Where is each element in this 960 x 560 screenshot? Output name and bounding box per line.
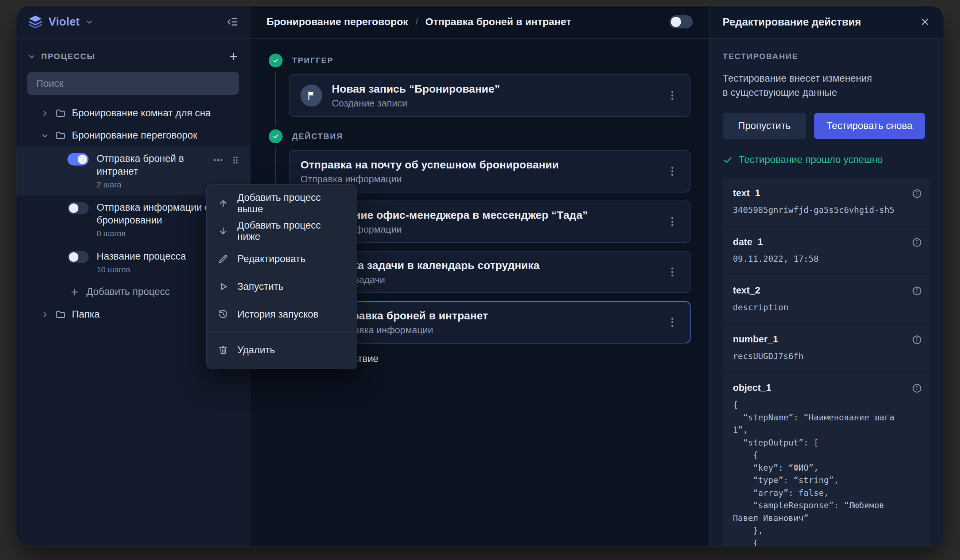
card-title: Отправка броней в интранет — [332, 309, 656, 322]
result-row: text_1 3405985gnriwfjd-ga5s5c6vhgid-sh5 — [723, 178, 930, 227]
process-text: Отправка броней в интранет 2 шага — [97, 152, 205, 190]
breadcrumb-separator: / — [415, 16, 418, 28]
info-icon[interactable] — [912, 285, 922, 296]
processes-section-label: ПРОЦЕССЫ — [41, 52, 96, 61]
menu-item-run-history[interactable]: История запусков — [207, 301, 357, 328]
search-box[interactable] — [27, 72, 239, 95]
menu-item-label: Редактировать — [237, 253, 306, 265]
menu-item-run[interactable]: Запустить — [207, 273, 357, 301]
check-icon — [723, 155, 733, 165]
toggle-knob — [69, 252, 78, 262]
menu-item-edit[interactable]: Редактировать — [207, 245, 357, 273]
process-row-icons — [213, 152, 241, 165]
folder-item-rooms[interactable]: Бронирование комнат для сна — [16, 102, 250, 124]
result-row: date_1 09.11.2022, 17:58 — [723, 227, 930, 276]
panel-body: ТЕСТИРОВАНИЕ Тестирование внесет изменен… — [709, 38, 944, 546]
more-actions-icon[interactable] — [213, 155, 224, 165]
trigger-card[interactable]: Новая запись “Бронирование” Создание зап… — [289, 74, 691, 117]
menu-item-add-below[interactable]: Добавить процесс ниже — [207, 217, 357, 245]
card-menu-icon[interactable] — [666, 215, 679, 228]
card-text: Отправка на почту об успешном бронирован… — [301, 158, 656, 184]
menu-item-add-above[interactable]: Добавить процесс выше — [207, 190, 357, 217]
result-main: text_1 3405985gnriwfjd-ga5s5c6vhgid-sh5 — [733, 187, 906, 216]
section-chevron-down-icon[interactable] — [27, 52, 36, 61]
brand-name: Violet — [48, 15, 80, 29]
trash-icon — [218, 344, 229, 355]
process-steps: 2 шага — [97, 180, 205, 190]
edit-icon — [218, 253, 229, 264]
menu-item-label: Добавить процесс выше — [237, 192, 346, 215]
folder-icon — [55, 108, 66, 119]
menu-item-delete[interactable]: Удалить — [207, 336, 357, 364]
test-success-message: Тестирование прошло успешно — [723, 154, 930, 165]
card-subtitle: Отправка информации — [301, 174, 656, 184]
card-menu-icon[interactable] — [666, 89, 679, 102]
process-toggle[interactable] — [67, 153, 89, 165]
toggle-knob — [78, 155, 87, 164]
card-menu-icon[interactable] — [666, 165, 679, 178]
testing-section-label: ТЕСТИРОВАНИЕ — [723, 52, 930, 61]
success-label: Тестирование прошло успешно — [739, 154, 883, 165]
collapse-sidebar-icon[interactable] — [226, 16, 239, 28]
toggle-knob — [671, 17, 681, 27]
test-results-list: text_1 3405985gnriwfjd-ga5s5c6vhgid-sh5 … — [723, 178, 930, 546]
result-value: { “stepName”: “Наименование шага 1”, “st… — [733, 398, 906, 546]
process-title: Отправка броней в интранет — [97, 152, 205, 178]
result-row: object_1 { “stepName”: “Наименование шаг… — [723, 373, 930, 546]
edit-action-panel: Редактирование действия ТЕСТИРОВАНИЕ Тес… — [709, 6, 944, 546]
skip-button[interactable]: Пропустить — [723, 113, 806, 139]
process-toggle[interactable] — [67, 202, 89, 214]
breadcrumb-current: Отправка броней в интранет — [426, 16, 571, 28]
folder-icon — [55, 309, 66, 320]
check-circle-icon — [269, 54, 283, 67]
app-window: Violet ПРОЦЕССЫ Бронирование — [16, 6, 944, 546]
folder-icon — [55, 130, 66, 141]
process-toggle[interactable] — [67, 251, 89, 263]
result-row: number_1 recsUUGDJ7s6fh — [723, 324, 930, 373]
add-process-plus-icon[interactable] — [228, 51, 239, 62]
chevron-right-icon — [40, 109, 49, 118]
result-value: recsUUGDJ7s6fh — [733, 350, 906, 363]
sidebar-header: Violet — [16, 6, 250, 38]
menu-item-label: Запустить — [237, 281, 284, 293]
close-icon[interactable] — [920, 16, 930, 27]
arrow-down-icon — [218, 226, 229, 237]
result-name: text_1 — [733, 187, 906, 199]
chevron-down-icon — [40, 131, 49, 140]
search-input[interactable] — [35, 78, 231, 90]
actions-section: ДЕЙСТВИЯ — [269, 129, 691, 144]
chevron-right-icon — [40, 310, 49, 319]
history-icon — [218, 309, 229, 320]
check-circle-icon — [269, 130, 283, 143]
result-value: description — [733, 301, 906, 314]
info-icon[interactable] — [912, 188, 922, 199]
result-name: object_1 — [733, 382, 906, 394]
toggle-knob — [69, 203, 78, 213]
info-icon[interactable] — [912, 383, 922, 394]
card-title: Новая запись “Бронирование” — [332, 82, 656, 96]
breadcrumb-parent[interactable]: Бронирование переговорок — [267, 16, 408, 28]
folder-item-meetings[interactable]: Бронирование переговорок — [16, 124, 250, 147]
folder-label: Бронирование переговорок — [72, 130, 197, 141]
card-subtitle: Отправка информации — [332, 325, 656, 335]
canvas-header: Бронирование переговорок / Отправка брон… — [251, 6, 709, 38]
info-icon[interactable] — [912, 334, 922, 345]
card-menu-icon[interactable] — [666, 316, 679, 329]
info-icon[interactable] — [912, 237, 922, 248]
card-menu-icon[interactable] — [666, 266, 679, 278]
panel-title: Редактирование действия — [723, 16, 912, 28]
folder-label: Бронирование комнат для сна — [72, 107, 211, 119]
trigger-section-label: ТРИГГЕР — [292, 56, 334, 65]
drag-handle-icon[interactable] — [230, 155, 241, 165]
process-enabled-toggle[interactable] — [669, 15, 693, 29]
testing-buttons: Пропустить Тестировать снова — [723, 113, 930, 139]
result-value: 09.11.2022, 17:58 — [733, 253, 906, 266]
card-text: Отправка броней в интранет Отправка инфо… — [332, 309, 656, 335]
result-main: text_2 description — [733, 285, 906, 314]
retest-button[interactable]: Тестировать снова — [814, 113, 925, 139]
result-name: number_1 — [733, 334, 906, 345]
menu-item-label: Добавить процесс ниже — [237, 220, 346, 242]
brand-chevron-down-icon[interactable] — [85, 18, 94, 26]
testing-warning-text: Тестирование внесет изменения в существу… — [723, 72, 930, 100]
folder-label: Папка — [72, 309, 99, 320]
